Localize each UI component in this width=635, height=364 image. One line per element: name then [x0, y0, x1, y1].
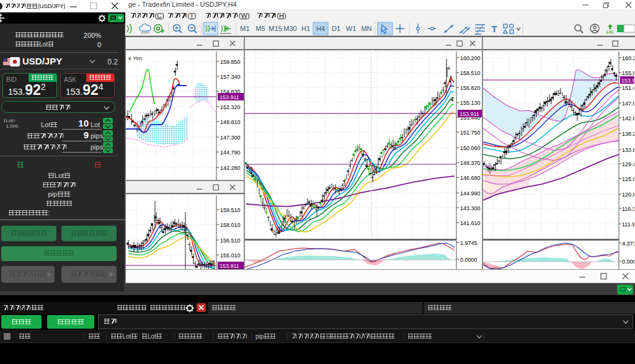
svg-text:142.67: 142.67 [622, 115, 634, 122]
svg-text:147.06: 147.06 [622, 100, 634, 107]
svg-text:M15: M15 [269, 25, 282, 32]
svg-text:LVL: LVL [606, 30, 614, 34]
svg-text:144.990: 144.990 [460, 190, 481, 197]
svg-text:143.300: 143.300 [460, 205, 481, 211]
svg-text:MN: MN [361, 25, 371, 32]
svg-text:146.680: 146.680 [460, 175, 481, 181]
svg-text:158.010: 158.010 [220, 222, 241, 228]
svg-text:116.30: 116.30 [622, 206, 634, 212]
svg-text:156.510: 156.510 [220, 237, 241, 244]
svg-text:149.810: 149.810 [220, 119, 241, 125]
svg-text:153.91: 153.91 [621, 78, 634, 84]
svg-text:153.911: 153.911 [460, 111, 479, 117]
svg-text:138.27: 138.27 [622, 131, 634, 137]
svg-text:M1: M1 [240, 25, 249, 32]
svg-text:M5: M5 [255, 25, 265, 32]
svg-text:152.320: 152.320 [220, 104, 241, 110]
svg-text:0.0000: 0.0000 [460, 257, 477, 263]
svg-text:157.340: 157.340 [220, 74, 241, 80]
svg-text:155.010: 155.010 [220, 252, 241, 259]
svg-text:141.610: 141.610 [460, 220, 481, 226]
svg-text:147.300: 147.300 [220, 135, 241, 141]
svg-text:0.0000: 0.0000 [622, 259, 634, 265]
svg-text:151.46: 151.46 [622, 85, 634, 91]
svg-text:151.750: 151.750 [460, 130, 481, 136]
svg-text:155.130: 155.130 [460, 100, 481, 106]
svg-text:150.060: 150.060 [460, 145, 481, 151]
svg-text:120.69: 120.69 [622, 192, 634, 198]
svg-text:M30: M30 [283, 25, 296, 32]
svg-text:129.48: 129.48 [622, 161, 634, 167]
svg-text:160.200: 160.200 [460, 55, 481, 61]
svg-text:158.510: 158.510 [460, 70, 481, 76]
svg-text:160.25: 160.25 [622, 55, 634, 61]
svg-text:H1: H1 [301, 25, 310, 32]
svg-text:e Yen: e Yen [128, 55, 143, 61]
svg-text:142.280: 142.280 [220, 165, 241, 171]
svg-text:133.88: 133.88 [622, 147, 634, 153]
svg-text:144.790: 144.790 [220, 149, 241, 156]
svg-text:159.850: 159.850 [220, 59, 241, 65]
svg-text:4.3731: 4.3731 [622, 241, 634, 247]
svg-text:W1: W1 [346, 25, 357, 32]
svg-text:111.90: 111.90 [622, 221, 634, 228]
svg-text:1.9745: 1.9745 [460, 240, 477, 246]
svg-text:159.510: 159.510 [220, 207, 241, 213]
svg-text:148.370: 148.370 [460, 160, 481, 166]
svg-text:T: T [491, 24, 497, 34]
svg-text:155.85: 155.85 [622, 70, 634, 76]
svg-text:153.911: 153.911 [220, 94, 239, 100]
svg-text:D1: D1 [332, 25, 340, 32]
svg-text:156.820: 156.820 [460, 85, 481, 91]
svg-text:125.09: 125.09 [622, 176, 634, 182]
svg-text:H4: H4 [316, 25, 325, 32]
